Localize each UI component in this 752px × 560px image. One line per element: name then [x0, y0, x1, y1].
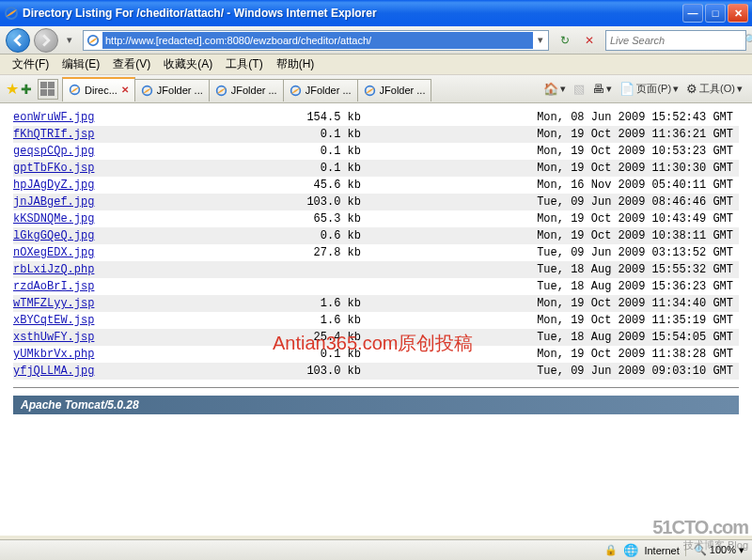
file-date-cell: Tue, 18 Aug 2009 15:36:23 GMT [361, 280, 739, 293]
file-size-cell: 154.5 kb [258, 111, 361, 124]
page-content: eonWruWF.jpg154.5 kbMon, 08 Jun 2009 15:… [0, 103, 752, 536]
ie-tab-icon [69, 84, 81, 96]
ie-favicon-icon [86, 34, 100, 47]
file-date-cell: Tue, 18 Aug 2009 15:55:32 GMT [361, 263, 739, 276]
file-row: xsthUwFY.jsp25.4 kbTue, 18 Aug 2009 15:5… [13, 329, 739, 346]
file-date-cell: Mon, 16 Nov 2009 05:40:11 GMT [361, 179, 739, 192]
file-date-cell: Tue, 09 Jun 2009 09:03:10 GMT [361, 365, 739, 378]
security-zone-label[interactable]: Internet [644, 545, 679, 556]
file-name-cell: rzdAoBrI.jsp [13, 280, 258, 293]
address-dropdown[interactable]: ▾ [533, 34, 548, 46]
page-icon: 📄 [619, 82, 634, 96]
file-name-cell: yfjQLLMA.jpg [13, 365, 258, 378]
file-date-cell: Mon, 19 Oct 2009 10:53:23 GMT [361, 145, 739, 158]
tab[interactable]: JFolder ... [357, 79, 432, 101]
file-date-cell: Mon, 19 Oct 2009 10:38:11 GMT [361, 229, 739, 242]
tab[interactable]: JFolder ... [209, 79, 284, 101]
file-link[interactable]: fKhQTRIf.jsp [13, 128, 94, 141]
search-input[interactable] [606, 35, 744, 46]
menu-view[interactable]: 查看(V) [106, 54, 157, 74]
file-link[interactable]: wTMFZLyy.jsp [13, 297, 94, 310]
file-link[interactable]: yfjQLLMA.jpg [13, 365, 94, 378]
file-link[interactable]: lGkgGQeQ.jpg [13, 229, 94, 242]
tools-menu[interactable]: ⚙工具(O)▾ [686, 82, 743, 96]
refresh-button[interactable]: ↻ [555, 30, 575, 51]
file-size-cell: 103.0 kb [258, 365, 361, 378]
file-size-cell: 1.6 kb [258, 314, 361, 327]
file-name-cell: eonWruWF.jpg [13, 111, 258, 124]
add-favorite-icon[interactable]: ✚ [21, 82, 32, 97]
security-lock-icon[interactable]: 🔒 [604, 544, 618, 556]
file-name-cell: nOXegEDX.jpg [13, 246, 258, 259]
file-link[interactable]: rzdAoBrI.jsp [13, 280, 94, 293]
file-name-cell: wTMFZLyy.jsp [13, 297, 258, 310]
file-name-cell: hpJAgDyZ.jpg [13, 179, 258, 192]
stop-button[interactable]: ✕ [579, 30, 600, 51]
maximize-button[interactable]: □ [705, 4, 726, 23]
menu-tools[interactable]: 工具(T) [219, 54, 269, 74]
window-title: Directory Listing For /cheditor/attach/ … [23, 7, 682, 20]
file-date-cell: Tue, 09 Jun 2009 03:13:52 GMT [361, 246, 739, 259]
feed-button[interactable]: ▧ [573, 82, 585, 96]
file-link[interactable]: geqspCQp.jpg [13, 145, 94, 158]
print-icon: 🖶 [592, 82, 604, 96]
tab[interactable]: JFolder ... [283, 79, 358, 101]
search-icon[interactable]: 🔍 [744, 34, 752, 46]
nav-history-dropdown[interactable]: ▾ [62, 34, 77, 46]
favorites-star-icon[interactable]: ★ [6, 80, 19, 98]
file-link[interactable]: kKSDNQMe.jpg [13, 212, 94, 226]
tab-close-icon[interactable]: ✕ [121, 85, 129, 95]
search-box[interactable]: 🔍 [605, 30, 746, 51]
print-button[interactable]: 🖶▾ [592, 82, 612, 96]
file-link[interactable]: hpJAgDyZ.jpg [13, 179, 94, 192]
file-row: fKhQTRIf.jsp0.1 kbMon, 19 Oct 2009 11:36… [13, 126, 739, 143]
minimize-button[interactable]: — [682, 4, 703, 23]
file-link[interactable]: jnJABgef.jpg [13, 195, 94, 209]
file-link[interactable]: xBYCqtEW.jsp [13, 314, 94, 327]
file-date-cell: Tue, 09 Jun 2009 08:46:46 GMT [361, 195, 739, 209]
ie-tab-icon [290, 85, 302, 97]
file-name-cell: xsthUwFY.jsp [13, 331, 258, 344]
file-date-cell: Mon, 19 Oct 2009 11:38:28 GMT [361, 348, 739, 361]
page-menu[interactable]: 📄页面(P)▾ [619, 82, 679, 96]
nav-bar: ▾ ▾ ↻ ✕ 🔍 [0, 26, 752, 54]
back-button[interactable] [6, 28, 30, 53]
file-name-cell: yUMkbrVx.php [13, 348, 258, 361]
file-date-cell: Mon, 19 Oct 2009 10:43:49 GMT [361, 212, 739, 226]
zoom-control[interactable]: 🔍 100% ▾ [685, 544, 744, 556]
quick-tabs-button[interactable] [38, 79, 58, 100]
menu-edit[interactable]: 编辑(E) [55, 54, 106, 74]
file-link[interactable]: gptTbFKo.jsp [13, 162, 94, 175]
menu-bar: 文件(F) 编辑(E) 查看(V) 收藏夹(A) 工具(T) 帮助(H) [0, 54, 752, 75]
tab-label: Direc... [85, 85, 118, 96]
forward-button[interactable] [34, 28, 58, 53]
file-link[interactable]: yUMkbrVx.php [13, 348, 94, 361]
window-buttons: — □ ✕ [682, 4, 748, 23]
file-row: wTMFZLyy.jsp1.6 kbMon, 19 Oct 2009 11:34… [13, 295, 739, 312]
tab[interactable]: Direc...✕ [62, 77, 135, 101]
file-link[interactable]: xsthUwFY.jsp [13, 331, 94, 344]
close-button[interactable]: ✕ [728, 4, 748, 23]
title-bar: Directory Listing For /cheditor/attach/ … [0, 0, 752, 26]
file-date-cell: Mon, 08 Jun 2009 15:52:43 GMT [361, 111, 739, 124]
tab-strip: Direc...✕JFolder ...JFolder ...JFolder .… [62, 77, 538, 101]
menu-file[interactable]: 文件(F) [6, 54, 55, 74]
menu-help[interactable]: 帮助(H) [270, 54, 321, 74]
command-bar: 🏠▾ ▧ 🖶▾ 📄页面(P)▾ ⚙工具(O)▾ [538, 82, 748, 96]
ie-tab-icon [364, 85, 376, 97]
tab[interactable]: JFolder ... [134, 79, 210, 101]
file-link[interactable]: rbLxiJzQ.php [13, 263, 94, 276]
nav-icons: ↻ ✕ [555, 30, 600, 51]
address-bar[interactable]: ▾ [83, 30, 549, 51]
file-size-cell: 0.1 kb [258, 348, 361, 361]
file-date-cell: Tue, 18 Aug 2009 15:54:05 GMT [361, 331, 739, 344]
address-input[interactable] [102, 32, 533, 49]
file-listing: eonWruWF.jpg154.5 kbMon, 08 Jun 2009 15:… [13, 109, 739, 380]
file-row: geqspCQp.jpg0.1 kbMon, 19 Oct 2009 10:53… [13, 143, 739, 160]
file-link[interactable]: nOXegEDX.jpg [13, 246, 94, 259]
menu-favorites[interactable]: 收藏夹(A) [157, 54, 219, 74]
file-name-cell: lGkgGQeQ.jpg [13, 229, 258, 242]
file-row: rbLxiJzQ.phpTue, 18 Aug 2009 15:55:32 GM… [13, 261, 739, 278]
file-link[interactable]: eonWruWF.jpg [13, 111, 94, 124]
home-button[interactable]: 🏠▾ [543, 82, 566, 96]
